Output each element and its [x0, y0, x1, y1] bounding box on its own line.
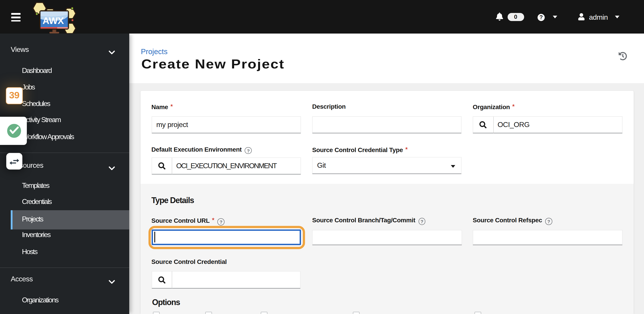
svg-text:AWX: AWX: [42, 16, 64, 26]
